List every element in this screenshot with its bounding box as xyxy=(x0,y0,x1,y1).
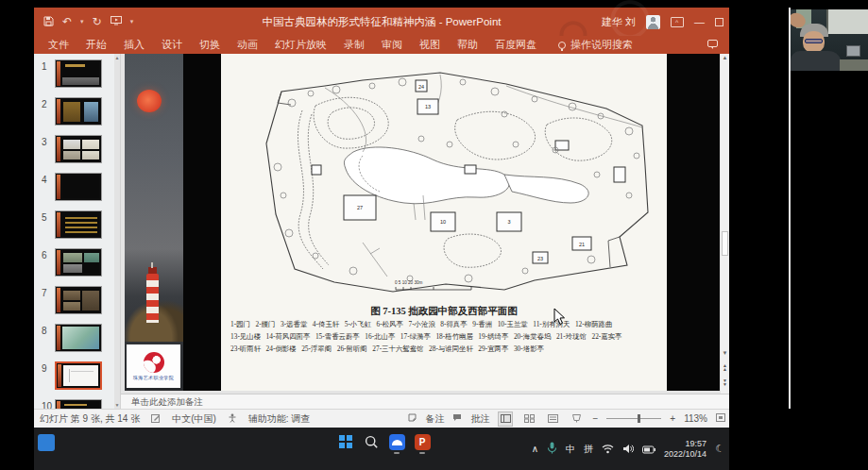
slide-counter: 幻灯片 第 9 张, 共 14 张 xyxy=(40,412,140,426)
account-name[interactable]: 建华 刘 xyxy=(602,15,636,29)
slide-canvas[interactable]: 珠海艺术职业学院 xyxy=(125,54,720,391)
scroll-up-arrow-icon[interactable]: ▲ xyxy=(721,55,729,60)
garden-plan-figure[interactable]: 27 10 3 13 24 21 23 xyxy=(221,54,667,391)
speaker-icon[interactable] xyxy=(622,441,634,458)
microphone-icon[interactable] xyxy=(547,441,557,458)
minimize-button[interactable]: — xyxy=(694,16,705,27)
tab-record[interactable]: 录制 xyxy=(335,36,373,54)
scrollbar-thumb[interactable] xyxy=(722,231,728,256)
scroll-down-arrow-icon[interactable]: ▼ xyxy=(721,350,729,356)
comments-toggle[interactable]: 批注 xyxy=(470,412,489,426)
tab-review[interactable]: 审阅 xyxy=(373,36,411,54)
garden-plan-drawing: 27 10 3 13 24 21 23 xyxy=(221,54,667,301)
plan-number-21: 21 xyxy=(579,242,585,247)
tab-file[interactable]: 文件 xyxy=(40,36,77,54)
comments-bubble-icon xyxy=(452,413,462,424)
restore-button[interactable] xyxy=(715,18,723,26)
start-button[interactable] xyxy=(337,433,354,450)
tab-home[interactable]: 开始 xyxy=(77,36,115,54)
tab-baidu-netdisk[interactable]: 百度网盘 xyxy=(486,36,545,54)
taskbar-widgets-icon[interactable] xyxy=(38,434,55,451)
thumbnail-slide-1[interactable]: 1 xyxy=(34,59,121,93)
fit-slide-icon[interactable] xyxy=(716,413,725,424)
running-indicator xyxy=(394,452,400,454)
thumbnail-slide-4[interactable]: 4 xyxy=(34,173,121,207)
notes-panel[interactable]: 单击此处添加备注 xyxy=(121,394,729,409)
slideshow-view-button[interactable] xyxy=(569,411,584,427)
tab-view[interactable]: 视图 xyxy=(411,36,449,54)
zoom-slider-thumb[interactable] xyxy=(638,414,640,423)
thumbnail-slide-6[interactable]: 6 xyxy=(34,248,121,282)
workspace: 1 2 3 4 5 6 7 8 9 10 ▲▼ xyxy=(34,54,729,409)
background-counter xyxy=(840,59,868,71)
powerpoint-app-icon: P xyxy=(415,434,431,450)
status-bar: 幻灯片 第 9 张, 共 14 张 中文(中国) 辅助功能: 调查 备注 批 xyxy=(34,409,729,428)
plan-number-24: 24 xyxy=(418,84,424,90)
windows-logo-icon xyxy=(339,435,352,448)
tab-help[interactable]: 帮助 xyxy=(449,36,486,54)
wifi-icon[interactable] xyxy=(602,441,614,458)
background-cabinets xyxy=(826,9,868,34)
accessibility-status[interactable]: 辅助功能: 调查 xyxy=(248,412,311,426)
scroll-down-icon[interactable]: ▼ xyxy=(114,402,120,408)
thumbnail-slide-7[interactable]: 7 xyxy=(34,286,121,320)
ime-mode-indicator[interactable]: 拼 xyxy=(584,443,593,456)
thumbnail-slide-8[interactable]: 8 xyxy=(34,324,121,358)
clock-time: 19:57 xyxy=(664,439,706,449)
pen-icon[interactable] xyxy=(151,413,161,425)
ribbon-display-options-icon[interactable] xyxy=(671,17,684,27)
ribbon-tab-row: 文件 开始 插入 设计 切换 动画 幻灯片放映 录制 审阅 视图 帮助 百度网盘… xyxy=(34,36,729,54)
battery-icon[interactable] xyxy=(642,441,655,458)
slide-scrollbar[interactable]: ▲ ▼ ▲▲ ▼▼ xyxy=(721,54,729,394)
thumbnail-slide-5[interactable]: 5 xyxy=(34,210,121,244)
thumbnail-slide-2[interactable]: 2 xyxy=(34,97,121,131)
slide-number: 2 xyxy=(42,99,47,109)
slide-number: 4 xyxy=(42,175,47,185)
slide-thumbnail-panel: 1 2 3 4 5 6 7 8 9 10 ▲▼ xyxy=(34,54,121,409)
normal-view-button[interactable] xyxy=(498,411,513,427)
account-avatar[interactable] xyxy=(646,15,660,29)
screen: ↶ ▾ ↻ ▾ 中国古典园林的形式特征和精神内涵 - PowerPoint 建华… xyxy=(0,0,868,470)
slide-number: 6 xyxy=(42,250,47,260)
notes-icon xyxy=(408,413,417,424)
comments-icon[interactable] xyxy=(707,40,718,47)
search-button[interactable] xyxy=(363,433,380,450)
notes-toggle[interactable]: 备注 xyxy=(425,412,444,426)
tab-design[interactable]: 设计 xyxy=(153,36,191,54)
previous-slide-button[interactable]: ▲▲ xyxy=(721,363,729,371)
slide-sorter-view-button[interactable] xyxy=(521,411,536,427)
meeting-app-button[interactable] xyxy=(388,433,405,450)
zoom-slider[interactable] xyxy=(606,418,661,419)
focus-assist-moon-icon[interactable]: ☾ xyxy=(715,443,724,455)
zoom-out-button[interactable]: − xyxy=(592,413,598,424)
thumbnail-slide-9-selected[interactable]: 9 xyxy=(34,361,121,395)
slide-number: 1 xyxy=(42,61,47,72)
next-slide-button[interactable]: ▼▼ xyxy=(721,378,729,386)
ime-language-indicator[interactable]: 中 xyxy=(566,443,575,456)
tell-me-search[interactable]: 操作说明搜索 xyxy=(558,38,633,52)
plan-number-27: 27 xyxy=(357,205,363,210)
thumbnail-slide-10[interactable]: 10 xyxy=(34,399,121,409)
windows-taskbar: P ∧ 中 拼 19:57 2022/10/14 ☾ xyxy=(34,428,729,470)
thumbnail-slide-3[interactable]: 3 xyxy=(34,135,121,169)
window-title-text: 中国古典园林的形式特征和精神内涵 - PowerPoint xyxy=(262,15,501,29)
tray-chevron-icon[interactable]: ∧ xyxy=(532,444,538,454)
tab-animations[interactable]: 动画 xyxy=(229,36,266,54)
taskbar-clock[interactable]: 19:57 2022/10/14 xyxy=(664,439,706,460)
thumbnail-scrollbar[interactable]: ▲▼ xyxy=(114,54,120,409)
powerpoint-app-button[interactable]: P xyxy=(414,433,431,450)
plan-number-23: 23 xyxy=(537,256,543,261)
slide-number: 3 xyxy=(42,137,47,147)
language-indicator[interactable]: 中文(中国) xyxy=(172,412,216,426)
tab-slideshow[interactable]: 幻灯片放映 xyxy=(266,36,335,54)
zoom-in-button[interactable]: + xyxy=(670,413,675,424)
scroll-up-icon[interactable]: ▲ xyxy=(114,55,120,60)
slide-photo-strip: 珠海艺术职业学院 xyxy=(125,54,183,391)
participant-video[interactable] xyxy=(791,9,868,71)
tab-insert[interactable]: 插入 xyxy=(115,36,153,54)
reading-view-button[interactable] xyxy=(545,411,560,427)
lightbulb-icon xyxy=(558,42,566,49)
zoom-level[interactable]: 113% xyxy=(684,413,707,424)
running-indicator xyxy=(419,452,425,454)
tab-transitions[interactable]: 切换 xyxy=(191,36,229,54)
